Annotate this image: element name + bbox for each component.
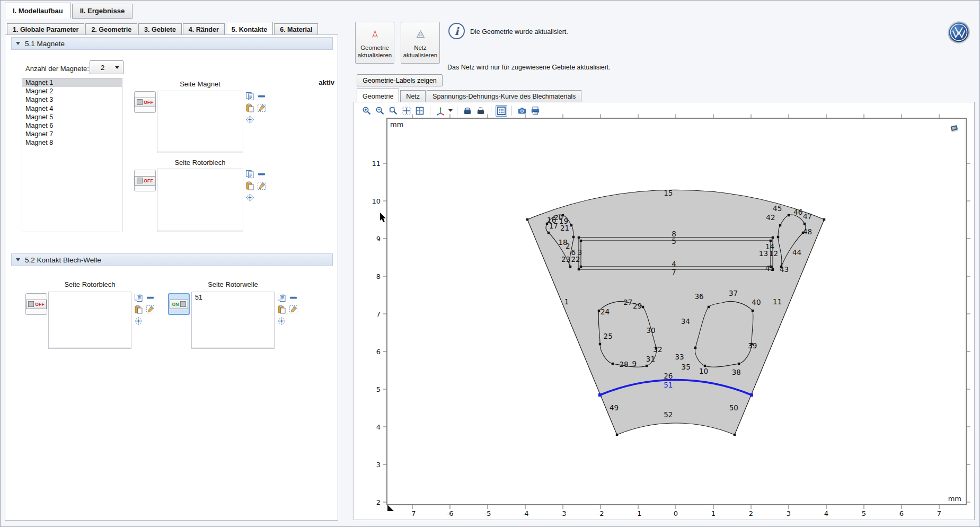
- geometry-edge-label[interactable]: 21: [560, 224, 569, 232]
- geometry-vertex[interactable]: [708, 306, 710, 308]
- kontakt-rotorblech-selection-box[interactable]: [48, 292, 131, 349]
- magnet-list[interactable]: Magnet 1Magnet 2Magnet 3Magnet 4Magnet 5…: [22, 78, 122, 232]
- contact-edge-vertex[interactable]: [750, 393, 753, 397]
- geometry-edge-label[interactable]: 35: [682, 363, 691, 371]
- copy-selection-icon[interactable]: [245, 169, 255, 179]
- geometry-edge-label[interactable]: 42: [766, 213, 775, 222]
- geometry-edge-label[interactable]: 31: [646, 355, 655, 363]
- geometry-edge-label[interactable]: 49: [610, 403, 619, 412]
- clear-selection-icon[interactable]: [288, 304, 298, 314]
- geometry-vertex[interactable]: [578, 268, 580, 270]
- geometry-plot-canvas[interactable]: -7-6-5-4-3-2-101234567234567891011mmmm12…: [372, 112, 976, 519]
- geometry-vertex[interactable]: [580, 240, 582, 242]
- remove-selection-icon[interactable]: [257, 91, 267, 101]
- geometry-vertex[interactable]: [770, 240, 772, 242]
- geometrie-aktualisieren-button[interactable]: Geometrie aktualisieren: [355, 22, 394, 64]
- geometry-edge-label[interactable]: 36: [694, 292, 703, 301]
- geometry-vertex[interactable]: [569, 266, 571, 268]
- remove-selection-icon[interactable]: [288, 293, 298, 303]
- geometry-edge-label[interactable]: 15: [664, 189, 673, 197]
- geometry-edge-label[interactable]: 26: [664, 372, 673, 380]
- geometry-edge-label[interactable]: 11: [773, 297, 782, 306]
- copy-selection-icon[interactable]: [245, 91, 255, 101]
- main-tab-ii-ergebnisse[interactable]: II. Ergebnisse: [72, 4, 133, 19]
- geometry-vertex[interactable]: [598, 310, 600, 312]
- paste-selection-icon[interactable]: [245, 181, 255, 191]
- copy-selection-icon[interactable]: [134, 293, 144, 303]
- geometry-vertex[interactable]: [548, 232, 550, 234]
- geometry-vertex[interactable]: [788, 214, 790, 216]
- geometry-edge-label[interactable]: 5: [672, 237, 676, 245]
- anzahl-magnete-dropdown[interactable]: 2: [90, 60, 123, 74]
- section-magnete-header[interactable]: 5.1 Magnete: [11, 37, 333, 50]
- geometry-vertex[interactable]: [738, 363, 740, 365]
- geometry-edge-label[interactable]: 7: [672, 268, 676, 276]
- clear-selection-icon[interactable]: [257, 103, 267, 113]
- magnet-list-item[interactable]: Magnet 2: [22, 87, 122, 95]
- geometry-edge-label[interactable]: 47: [803, 212, 812, 221]
- remove-selection-icon[interactable]: [145, 293, 155, 303]
- geometry-vertex[interactable]: [777, 236, 779, 238]
- seite-magnet-active-toggle[interactable]: OFF: [134, 91, 156, 113]
- paste-selection-icon[interactable]: [134, 304, 144, 314]
- geometry-vertex[interactable]: [612, 363, 614, 365]
- geometry-edge-label[interactable]: 52: [664, 410, 673, 419]
- default-view-icon[interactable]: [947, 121, 961, 135]
- geometry-edge-label[interactable]: 22: [571, 255, 580, 264]
- geometrie-labels-zeigen-button[interactable]: Geometrie-Labels zeigen: [357, 74, 443, 86]
- contact-edge-vertex[interactable]: [598, 393, 602, 397]
- seite-magnet-selection-box[interactable]: [157, 91, 243, 153]
- geometry-vertex[interactable]: [599, 343, 601, 345]
- geometry-edge-label[interactable]: 50: [729, 403, 738, 412]
- paste-selection-icon[interactable]: [277, 304, 287, 314]
- geometry-edge-label[interactable]: 9: [632, 359, 637, 368]
- geometry-edge-label[interactable]: 20: [554, 213, 563, 222]
- geometry-vertex[interactable]: [779, 224, 781, 226]
- kontakt-rotorwelle-selection-box[interactable]: 51: [191, 292, 275, 349]
- netz-aktualisieren-button[interactable]: Netz aktualisieren: [401, 22, 440, 64]
- magnet-list-item[interactable]: Magnet 3: [22, 95, 122, 104]
- geometry-vertex[interactable]: [772, 236, 774, 239]
- paste-selection-icon[interactable]: [245, 103, 255, 113]
- kontakt-rotorblech-toggle[interactable]: OFF: [25, 293, 47, 315]
- remove-selection-icon[interactable]: [257, 169, 267, 179]
- geometry-vertex[interactable]: [572, 236, 575, 238]
- geometry-edge-label[interactable]: 32: [653, 345, 662, 354]
- geometry-edge-label[interactable]: 46: [793, 208, 802, 216]
- geometry-vertex[interactable]: [734, 434, 736, 436]
- geometry-vertex[interactable]: [570, 224, 572, 226]
- zoom-to-selection-icon[interactable]: [245, 115, 255, 125]
- geometry-edge-label[interactable]: 28: [619, 360, 628, 368]
- geometry-edge-label[interactable]: 1: [564, 297, 569, 306]
- geometry-edge-label[interactable]: 45: [773, 204, 782, 213]
- geometry-vertex[interactable]: [752, 310, 754, 312]
- rotorwelle-selected-entity[interactable]: 51: [192, 292, 274, 303]
- zoom-to-selection-icon[interactable]: [245, 192, 255, 203]
- geometry-edge-label[interactable]: 4: [672, 260, 676, 268]
- geometry-edge-label[interactable]: 14: [765, 242, 774, 251]
- seite-rotorblech-selection-box[interactable]: [157, 169, 243, 232]
- geometry-vertex[interactable]: [804, 223, 806, 225]
- geometry-edge-label[interactable]: 30: [647, 326, 656, 335]
- magnet-list-item[interactable]: Magnet 6: [22, 121, 122, 130]
- magnet-list-item[interactable]: Magnet 7: [22, 130, 122, 138]
- geometry-edge-label[interactable]: 23: [561, 255, 570, 264]
- geometry-vertex[interactable]: [642, 306, 644, 308]
- geometry-vertex[interactable]: [694, 347, 696, 349]
- zoom-to-selection-icon[interactable]: [277, 316, 287, 326]
- seite-rotorblech-active-toggle[interactable]: OFF: [134, 170, 156, 191]
- geometry-edge-label[interactable]: 17: [549, 222, 558, 230]
- geometry-edge-label[interactable]: 43: [780, 265, 789, 274]
- graphics-tab-geometrie[interactable]: Geometrie: [357, 89, 399, 103]
- geometry-edge-label[interactable]: 39: [748, 341, 757, 350]
- clear-selection-icon[interactable]: [145, 304, 155, 314]
- geometry-edge-label[interactable]: 24: [601, 308, 610, 316]
- magnet-list-item[interactable]: Magnet 4: [22, 104, 122, 113]
- geometry-edge-label[interactable]: 44: [792, 248, 801, 257]
- geometry-vertex[interactable]: [578, 236, 580, 239]
- geometry-edge-label[interactable]: 48: [803, 227, 812, 236]
- clear-selection-icon[interactable]: [257, 181, 267, 191]
- geometry-edge-label[interactable]: 40: [752, 298, 761, 306]
- geometry-edge-label[interactable]: 37: [729, 289, 738, 297]
- geometry-edge-label[interactable]: 18: [558, 238, 567, 247]
